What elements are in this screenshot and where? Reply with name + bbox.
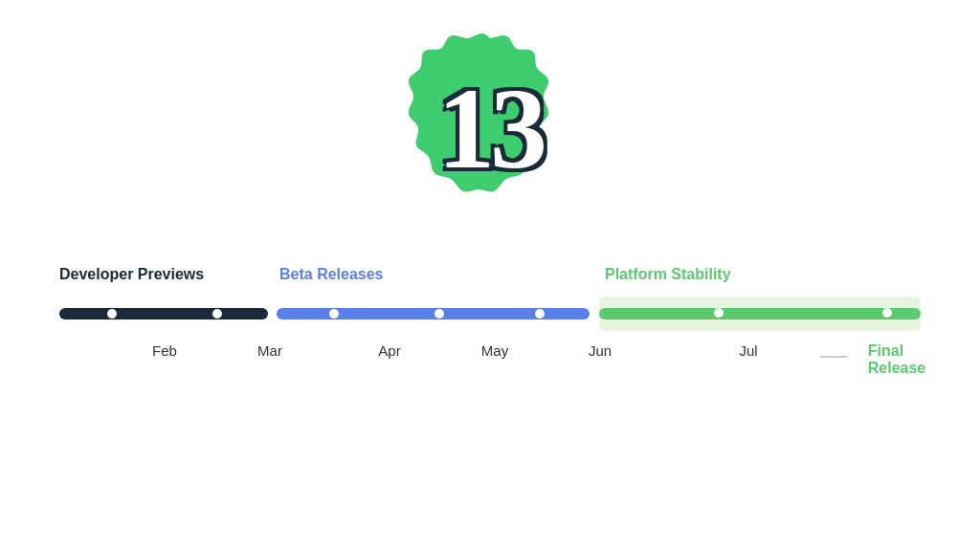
- dp1-dot: [107, 309, 117, 319]
- beta-releases-label: Beta Releases: [279, 266, 384, 283]
- month-feb: Feb: [152, 342, 177, 359]
- android-badge: 13: [390, 29, 590, 230]
- ps2-dot: [882, 308, 892, 318]
- month-mar: Mar: [257, 342, 282, 359]
- timeline-bars: [59, 295, 921, 333]
- developer-preview-bar: [59, 308, 268, 320]
- beta-releases-bar: [277, 308, 589, 320]
- final-release-label: Final Release: [868, 342, 926, 377]
- final-release-dash: [820, 356, 847, 358]
- month-labels-row: Feb Mar Apr May Jun Jul Final Release: [59, 342, 921, 371]
- month-jul: Jul: [739, 342, 757, 359]
- beta2-dot: [434, 309, 444, 319]
- timeline-labels-row: Developer Previews Beta Releases Platfor…: [59, 258, 921, 283]
- ps1-dot: [714, 308, 724, 318]
- month-jun: Jun: [589, 342, 612, 359]
- logo-section: 13: [390, 29, 590, 230]
- month-may: May: [481, 342, 508, 359]
- platform-stability-label: Platform Stability: [605, 266, 731, 283]
- timeline-section: Developer Previews Beta Releases Platfor…: [59, 258, 921, 371]
- platform-stability-bar-wrapper: [599, 297, 921, 331]
- month-apr: Apr: [378, 342, 400, 359]
- android-version-number: 13: [437, 72, 543, 187]
- developer-previews-label: Developer Previews: [59, 266, 204, 283]
- beta1-dot: [329, 309, 339, 319]
- beta3-dot: [535, 309, 545, 319]
- dp2-dot: [212, 309, 222, 319]
- platform-stability-bar: [599, 308, 921, 320]
